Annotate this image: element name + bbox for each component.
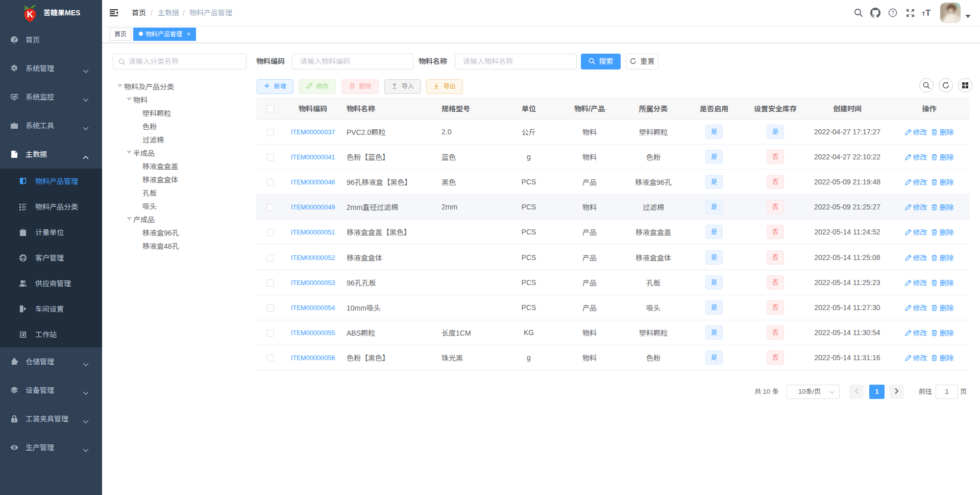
svg-text:T: T [925, 8, 931, 17]
svg-text:K: K [27, 10, 34, 19]
svg-text:?: ? [891, 10, 894, 16]
svg-text:T: T [922, 11, 925, 17]
